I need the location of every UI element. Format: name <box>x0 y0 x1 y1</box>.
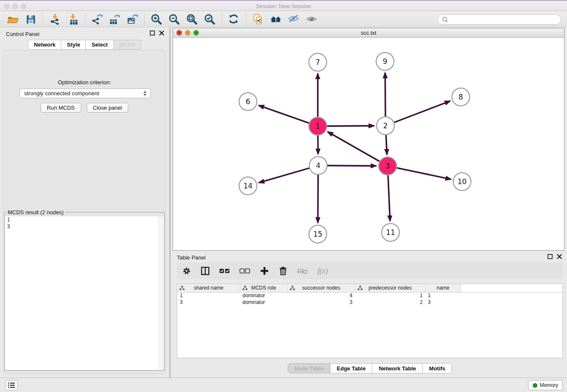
graph-node-label: 7 <box>316 58 320 66</box>
graph-edge-2-3[interactable] <box>386 135 387 155</box>
new-network-from-selection-icon[interactable] <box>249 13 267 26</box>
column-header-mcds-role[interactable]: MCDS role <box>240 284 287 292</box>
show-all-eye-icon[interactable] <box>303 13 320 26</box>
scrollbar-track[interactable] <box>158 216 164 370</box>
table-cell-filler <box>461 299 562 306</box>
optimization-criterion-label: Optimization criterion: <box>3 79 165 86</box>
column-header-shared-name[interactable]: shared name <box>177 284 240 292</box>
graph-edge-4-14[interactable] <box>259 168 309 182</box>
search-icon <box>442 16 449 23</box>
tab-edge-table[interactable]: Edge Table <box>330 364 372 373</box>
column-settings-gear-icon[interactable] <box>182 266 191 276</box>
split-view-icon[interactable] <box>201 266 210 276</box>
mcds-result-item[interactable]: 3 <box>5 223 164 230</box>
graph-edge-2-9[interactable] <box>385 73 385 116</box>
graph-edge-1-2[interactable] <box>327 126 374 126</box>
delete-table-icon-disabled <box>297 267 308 275</box>
import-network-icon[interactable] <box>46 13 64 26</box>
function-builder-fx-icon-disabled: f(x) <box>317 267 328 276</box>
close-panel-icon[interactable] <box>557 254 562 259</box>
toolbar-separator <box>246 14 246 25</box>
list-icon <box>7 381 16 389</box>
graph-node-label: 9 <box>383 57 388 66</box>
tab-mcds[interactable]: MCDS <box>113 40 141 50</box>
optimization-criterion-select[interactable]: strongly connected component <box>19 88 151 98</box>
run-mcds-button[interactable]: Run MCDS <box>41 103 81 113</box>
search-input[interactable] <box>451 17 557 22</box>
table-cell[interactable]: 3 <box>287 299 355 306</box>
reset-focus-home-icon[interactable] <box>267 13 285 26</box>
refresh-view-icon[interactable] <box>225 13 243 26</box>
toolbar-separator <box>144 14 145 25</box>
task-history-button[interactable] <box>5 380 18 390</box>
table-row[interactable]: 1dominator411 <box>177 292 562 299</box>
select-all-rows-icon[interactable] <box>219 268 230 274</box>
mcds-result-list[interactable]: 13 <box>5 216 164 370</box>
graph-edge-3-1[interactable] <box>328 132 379 161</box>
import-table-icon[interactable] <box>64 13 82 26</box>
tab-network[interactable]: Network <box>28 40 61 50</box>
float-panel-icon[interactable] <box>548 254 553 259</box>
graph-edge-2-8[interactable] <box>394 101 450 123</box>
tab-style[interactable]: Style <box>61 40 86 50</box>
deselect-all-rows-icon[interactable] <box>239 268 250 274</box>
tab-network-table[interactable]: Network Table <box>372 364 422 373</box>
open-session-icon[interactable] <box>4 13 22 26</box>
window-title: Session: New Session <box>0 3 567 9</box>
search-box[interactable] <box>438 14 561 25</box>
hierarchy-icon <box>242 286 248 292</box>
zoom-in-icon[interactable] <box>148 13 165 26</box>
close-panel-icon[interactable] <box>159 30 164 36</box>
column-header-successor-nodes[interactable]: successor nodes <box>287 284 355 292</box>
graph-node-label: 14 <box>243 182 253 190</box>
column-header-predecessor-nodes[interactable]: predecessor nodes <box>355 284 425 292</box>
table-cell[interactable]: 3 <box>425 299 461 306</box>
column-header-filler <box>461 284 562 292</box>
tab-node-table[interactable]: Node Table <box>288 364 330 373</box>
tab-motifs[interactable]: Motifs <box>422 364 451 373</box>
save-session-icon[interactable] <box>22 13 40 26</box>
graph-edge-3-10[interactable] <box>397 168 451 179</box>
graph-edge-4-3[interactable] <box>328 166 376 166</box>
export-network-icon[interactable] <box>88 13 106 26</box>
close-panel-button[interactable]: Close panel <box>87 103 129 113</box>
graph-node-label: 4 <box>316 161 321 170</box>
export-table-icon[interactable] <box>106 13 124 26</box>
graph-edge-4-15[interactable] <box>318 175 318 223</box>
table-cell[interactable]: 3 <box>177 299 240 306</box>
table-header-row[interactable]: shared name MCDS role successor nodes pr… <box>177 284 562 292</box>
memory-button[interactable]: Memory <box>528 380 563 390</box>
export-image-icon[interactable] <box>124 13 141 26</box>
table-cell[interactable]: dominator <box>240 292 287 299</box>
graph-edge-3-11[interactable] <box>388 175 390 221</box>
network-graph[interactable]: 7968124314101511 <box>173 38 564 250</box>
table-cell[interactable]: 1 <box>425 292 461 299</box>
tab-select[interactable]: Select <box>85 40 113 50</box>
table-cell[interactable]: 1 <box>355 292 425 299</box>
zoom-selected-icon[interactable] <box>201 13 219 26</box>
table-cell[interactable]: 1 <box>177 292 240 299</box>
hide-selected-eye-slash-icon[interactable] <box>285 13 303 26</box>
graph-node-label: 6 <box>246 97 250 106</box>
column-header-name[interactable]: name <box>425 284 461 292</box>
zoom-out-icon[interactable] <box>165 13 183 26</box>
network-window-titlebar[interactable]: × − + scc.txt <box>173 28 564 38</box>
float-panel-icon[interactable] <box>150 30 155 36</box>
zoom-fit-icon[interactable] <box>183 13 201 26</box>
network-canvas[interactable]: 7968124314101511 <box>173 38 564 250</box>
memory-status-dot <box>533 383 537 388</box>
table-cell[interactable]: dominator <box>240 299 287 306</box>
table-cell[interactable]: 2 <box>355 299 425 306</box>
table-row[interactable]: 3dominator323 <box>177 299 562 306</box>
graph-node-label: 3 <box>385 162 390 170</box>
create-new-column-plus-icon[interactable] <box>260 266 269 276</box>
mcds-result-item[interactable]: 1 <box>5 216 164 223</box>
delete-column-trash-icon[interactable] <box>278 266 288 276</box>
graph-edge-1-6[interactable] <box>259 105 309 123</box>
status-bar: Memory <box>0 378 567 392</box>
graph-node-label: 15 <box>313 230 322 238</box>
table-panel-tabs: Node Table Edge Table Network Table Moti… <box>173 363 567 374</box>
network-window-title: scc.txt <box>173 30 564 36</box>
table-cell[interactable]: 4 <box>287 292 355 299</box>
node-table[interactable]: shared name MCDS role successor nodes pr… <box>177 284 563 358</box>
